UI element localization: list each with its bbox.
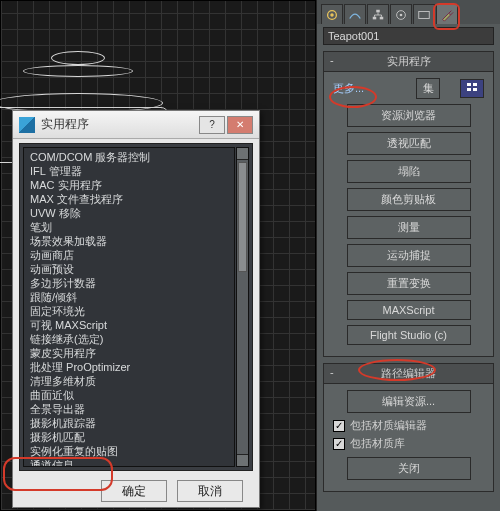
utility-asset-browser[interactable]: 资源浏览器 — [347, 104, 471, 127]
list-item[interactable]: 批处理 ProOptimizer — [24, 360, 234, 374]
svg-rect-4 — [380, 16, 384, 19]
ok-button[interactable]: 确定 — [101, 480, 167, 502]
list-item[interactable]: 曲面近似 — [24, 388, 234, 402]
list-item[interactable]: MAX 文件查找程序 — [24, 192, 234, 206]
include-mat-editor-checkbox[interactable]: ✓包括材质编辑器 — [333, 418, 484, 433]
configure-sets-button[interactable] — [460, 79, 484, 98]
close-button[interactable]: 关闭 — [347, 457, 471, 480]
command-panel: Teapot001 -实用程序 更多... 集 资源浏览器 透视匹配 塌陷 颜色… — [316, 0, 500, 511]
rollout-header-pathedit[interactable]: -路径编辑器 — [323, 363, 494, 384]
svg-rect-9 — [473, 83, 477, 86]
utility-maxscript[interactable]: MAXScript — [347, 300, 471, 320]
list-item[interactable]: 动画预设 — [24, 262, 234, 276]
utilities-dialog: 实用程序 ? ✕ COM/DCOM 服务器控制 IFL 管理器 MAC 实用程序… — [12, 110, 260, 508]
svg-rect-11 — [473, 88, 477, 91]
list-item[interactable]: 场景效果加载器 — [24, 234, 234, 248]
tab-display[interactable] — [413, 4, 435, 24]
object-name-field[interactable]: Teapot001 — [323, 27, 494, 45]
include-mat-lib-checkbox[interactable]: ✓包括材质库 — [333, 436, 484, 451]
path-editor-rollout: -路径编辑器 编辑资源... ✓包括材质编辑器 ✓包括材质库 关闭 — [323, 363, 494, 492]
list-item[interactable]: UVW 移除 — [24, 206, 234, 220]
scroll-thumb[interactable] — [238, 162, 247, 272]
list-item[interactable]: 多边形计数器 — [24, 276, 234, 290]
list-item[interactable]: 笔划 — [24, 220, 234, 234]
svg-rect-2 — [376, 9, 380, 12]
svg-point-1 — [330, 13, 334, 17]
list-item[interactable]: 通道信息 — [24, 458, 234, 467]
dialog-title-bar[interactable]: 实用程序 ? ✕ — [13, 111, 259, 139]
list-item[interactable]: 动画商店 — [24, 248, 234, 262]
list-item[interactable]: 实例化重复的贴图 — [24, 444, 234, 458]
utility-flight-studio[interactable]: Flight Studio (c) — [347, 325, 471, 345]
tab-create[interactable] — [321, 4, 343, 24]
cancel-button[interactable]: 取消 — [177, 480, 243, 502]
svg-rect-10 — [467, 88, 471, 91]
utility-motion-capture[interactable]: 运动捕捉 — [347, 244, 471, 267]
tab-hierarchy[interactable] — [367, 4, 389, 24]
utility-listbox[interactable]: COM/DCOM 服务器控制 IFL 管理器 MAC 实用程序 MAX 文件查找… — [23, 147, 235, 467]
app-icon — [19, 117, 35, 133]
utility-measure[interactable]: 测量 — [347, 216, 471, 239]
svg-rect-3 — [373, 16, 377, 19]
tab-modify[interactable] — [344, 4, 366, 24]
utility-reset-xform[interactable]: 重置变换 — [347, 272, 471, 295]
list-item[interactable]: 全景导出器 — [24, 402, 234, 416]
svg-rect-8 — [467, 83, 471, 86]
window-close-button[interactable]: ✕ — [227, 116, 253, 134]
command-panel-tabs — [317, 0, 500, 24]
scroll-up-button[interactable] — [237, 148, 248, 160]
tab-utilities[interactable] — [436, 4, 458, 24]
list-item[interactable]: COM/DCOM 服务器控制 — [24, 150, 234, 164]
list-item[interactable]: IFL 管理器 — [24, 164, 234, 178]
svg-point-6 — [400, 13, 403, 16]
list-item[interactable]: 可视 MAXScript — [24, 318, 234, 332]
edit-resources-button[interactable]: 编辑资源... — [347, 390, 471, 413]
svg-rect-7 — [419, 11, 430, 18]
list-item[interactable]: 跟随/倾斜 — [24, 290, 234, 304]
scroll-down-button[interactable] — [237, 454, 248, 466]
dialog-footer: 确定 取消 — [13, 475, 259, 507]
utility-collapse[interactable]: 塌陷 — [347, 160, 471, 183]
list-item[interactable]: 固定环境光 — [24, 304, 234, 318]
rollout-header-utilities[interactable]: -实用程序 — [323, 51, 494, 72]
dialog-title-text: 实用程序 — [41, 116, 89, 133]
list-item[interactable]: 链接继承(选定) — [24, 332, 234, 346]
utility-color-clipboard[interactable]: 颜色剪贴板 — [347, 188, 471, 211]
more-link[interactable]: 更多... — [333, 81, 364, 96]
scrollbar[interactable] — [236, 147, 249, 467]
list-item[interactable]: 摄影机匹配 — [24, 430, 234, 444]
help-button[interactable]: ? — [199, 116, 225, 134]
dialog-body: COM/DCOM 服务器控制 IFL 管理器 MAC 实用程序 MAX 文件查找… — [19, 143, 253, 471]
list-item[interactable]: 摄影机跟踪器 — [24, 416, 234, 430]
tab-motion[interactable] — [390, 4, 412, 24]
list-item[interactable]: MAC 实用程序 — [24, 178, 234, 192]
utilities-rollout: -实用程序 更多... 集 资源浏览器 透视匹配 塌陷 颜色剪贴板 测量 运动捕… — [323, 51, 494, 357]
sets-button[interactable]: 集 — [416, 78, 440, 99]
list-item[interactable]: 清理多维材质 — [24, 374, 234, 388]
utility-perspective-match[interactable]: 透视匹配 — [347, 132, 471, 155]
list-item[interactable]: 蒙皮实用程序 — [24, 346, 234, 360]
